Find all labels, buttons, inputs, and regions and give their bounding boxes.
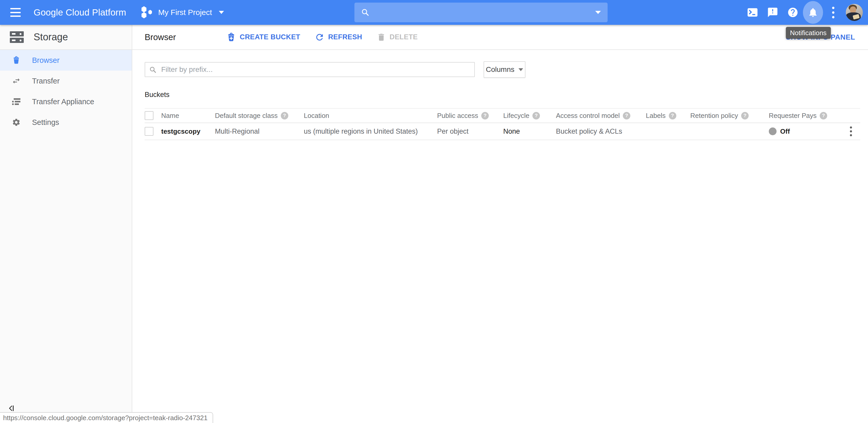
- filter-by-prefix-input[interactable]: [145, 62, 475, 77]
- refresh-button[interactable]: REFRESH: [307, 25, 369, 50]
- help-icon[interactable]: ?: [741, 112, 749, 119]
- col-header-default-storage-class[interactable]: Default storage class?: [215, 112, 304, 120]
- collapse-chevron-icon: [7, 404, 15, 412]
- delete-icon: [377, 33, 386, 42]
- header-actions: CREATE BUCKET REFRESH DELETE: [219, 25, 425, 50]
- delete-label: DELETE: [390, 33, 418, 41]
- account-button[interactable]: [843, 0, 865, 25]
- help-icon[interactable]: ?: [481, 112, 489, 119]
- main-content: Columns Buckets Name Default storage cla…: [133, 50, 868, 423]
- product-header: Storage: [0, 25, 132, 50]
- chevron-down-icon: [219, 11, 224, 14]
- bell-icon: [808, 7, 818, 18]
- user-avatar: [846, 4, 863, 21]
- product-title: Storage: [34, 32, 68, 43]
- sidebar-item-label: Transfer Appliance: [32, 97, 94, 106]
- project-switcher[interactable]: My First Project: [141, 6, 224, 19]
- help-icon: [787, 7, 799, 18]
- help-icon[interactable]: ?: [532, 112, 540, 119]
- sub-header: Storage Browser CREATE BUCKET: [0, 25, 868, 50]
- cloud-shell-button[interactable]: [742, 0, 763, 25]
- table-row: testgcscopy Multi-Regional us (multiple …: [145, 123, 860, 140]
- sidebar-item-label: Transfer: [32, 77, 60, 85]
- sidebar-item-label: Browser: [32, 56, 59, 65]
- col-header-lifecycle[interactable]: Lifecycle?: [503, 112, 556, 120]
- cell-public-access: Per object: [437, 128, 503, 136]
- refresh-label: REFRESH: [328, 33, 362, 41]
- cloud-shell-icon: [747, 6, 758, 18]
- search-input[interactable]: [354, 3, 608, 22]
- col-header-labels[interactable]: Labels?: [646, 112, 690, 120]
- search-dropdown-icon[interactable]: [595, 11, 601, 14]
- create-bucket-icon: [226, 32, 236, 42]
- gcp-logo[interactable]: Google Cloud Platform: [34, 7, 126, 18]
- refresh-icon: [315, 32, 324, 42]
- col-header-retention-policy[interactable]: Retention policy?: [690, 112, 769, 120]
- swap-arrows-icon: [12, 77, 21, 85]
- sidebar-item-transfer[interactable]: Transfer: [0, 70, 132, 91]
- more-options-button[interactable]: [823, 0, 843, 25]
- table-header-row: Name Default storage class? Location Pub…: [145, 108, 860, 123]
- browser-status-bar: https://console.cloud.google.com/storage…: [0, 412, 213, 423]
- notifications-hover-halo: [803, 1, 823, 24]
- requester-pays-off-dot: [769, 128, 777, 135]
- project-name: My First Project: [158, 8, 212, 17]
- cell-lifecycle: None: [503, 128, 556, 136]
- app-bar-actions: [742, 0, 865, 25]
- feedback-icon: [767, 7, 778, 18]
- page-header: Browser CREATE BUCKET REFRESH: [132, 25, 868, 50]
- bucket-name-link[interactable]: testgcscopy: [161, 128, 200, 136]
- col-header-access-control-model[interactable]: Access control model?: [556, 112, 646, 120]
- requester-pays-value: Off: [780, 128, 790, 136]
- help-icon[interactable]: ?: [669, 112, 676, 119]
- storage-product-icon: [10, 31, 24, 43]
- search-icon: [361, 8, 370, 17]
- appliance-icon: [12, 97, 21, 106]
- cell-default-storage-class: Multi-Regional: [215, 128, 304, 136]
- page-title: Browser: [145, 32, 219, 42]
- delete-button[interactable]: DELETE: [369, 25, 425, 50]
- sidebar-item-settings[interactable]: Settings: [0, 112, 132, 133]
- project-icon: [141, 6, 153, 19]
- columns-label: Columns: [486, 65, 514, 74]
- filter-row: Columns: [145, 61, 860, 78]
- row-actions-kebab-icon[interactable]: [848, 125, 854, 138]
- sidebar-item-browser[interactable]: Browser: [0, 50, 132, 70]
- sidebar-item-label: Settings: [32, 118, 59, 127]
- cell-location: us (multiple regions in United States): [304, 128, 437, 136]
- notifications-button[interactable]: [803, 0, 823, 25]
- gear-icon: [12, 118, 21, 127]
- help-icon[interactable]: ?: [820, 112, 827, 119]
- filter-search-icon: [149, 66, 157, 74]
- collapse-sidebar-button[interactable]: [7, 404, 15, 413]
- notifications-tooltip: Notifications: [786, 27, 831, 39]
- buckets-section-label: Buckets: [145, 91, 860, 99]
- cell-access-control-model: Bucket policy & ACLs: [556, 128, 646, 136]
- create-bucket-label: CREATE BUCKET: [240, 33, 300, 41]
- help-icon[interactable]: ?: [281, 112, 288, 119]
- kebab-icon: [832, 7, 834, 18]
- row-checkbox[interactable]: [145, 127, 153, 136]
- hamburger-menu-icon[interactable]: [10, 8, 22, 17]
- columns-button[interactable]: Columns: [484, 61, 525, 78]
- sidebar-item-transfer-appliance[interactable]: Transfer Appliance: [0, 91, 132, 112]
- gcp-console: Google Cloud Platform My First Project: [0, 0, 868, 423]
- filter-field-wrap: [145, 62, 475, 77]
- app-bar: Google Cloud Platform My First Project: [0, 0, 868, 25]
- col-header-location[interactable]: Location: [304, 112, 437, 120]
- col-header-public-access[interactable]: Public access?: [437, 112, 503, 120]
- create-bucket-button[interactable]: CREATE BUCKET: [219, 25, 307, 50]
- bucket-icon: [12, 56, 21, 65]
- sidebar: Browser Transfer Transfer Appliance: [0, 50, 132, 423]
- feedback-button[interactable]: [763, 0, 783, 25]
- help-icon[interactable]: ?: [623, 112, 630, 119]
- cell-requester-pays: Off: [769, 128, 838, 136]
- chevron-down-icon: [519, 68, 523, 71]
- help-button[interactable]: [783, 0, 803, 25]
- col-header-requester-pays[interactable]: Requester Pays?: [769, 112, 838, 120]
- select-all-checkbox[interactable]: [145, 111, 153, 120]
- col-header-name[interactable]: Name: [161, 112, 215, 120]
- buckets-table: Name Default storage class? Location Pub…: [145, 108, 860, 140]
